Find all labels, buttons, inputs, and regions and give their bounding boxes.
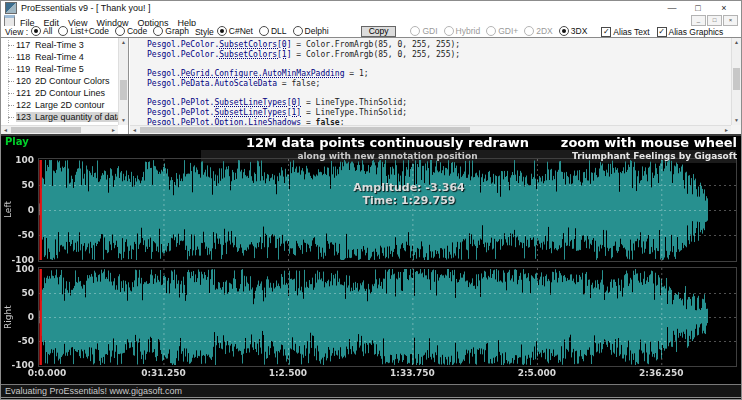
play-button[interactable]: Play [5,136,29,147]
render-radio-2dx: 2DX [524,26,553,36]
tree-horizontal-scrollbar[interactable]: ◄ ► [1,125,118,134]
waveform-canvas[interactable] [1,134,742,384]
mdi-child-icon [4,15,15,27]
tree-item-label: Real-Time 3 [33,40,86,50]
chart-corner-title: zoom with mouse wheel [561,135,737,150]
scroll-right-icon[interactable]: ► [722,126,731,134]
scroll-left-icon[interactable]: ◄ [1,126,10,134]
view-radio-list-code[interactable]: List+Code [58,26,109,36]
tree-item-122[interactable]: 122Large 2D contour [1,99,118,111]
code-editor-panel[interactable]: Pesgol.PeColor.SubsetColors[0] = Color.F… [130,38,741,134]
code-hscroll-thumb[interactable] [140,127,470,133]
radio-icon[interactable] [293,26,303,36]
code-line [147,59,731,69]
checkbox-icon[interactable]: ✓ [657,27,667,37]
radio-label: Graph [165,26,189,36]
style-radio-delphi[interactable]: Delphi [293,26,329,36]
view-radio-group: AllList+CodeCodeGraph [31,26,195,38]
render-radio-gdi-: GDI+ [486,26,518,36]
view-radio-graph[interactable]: Graph [153,26,189,36]
radio-icon[interactable] [115,26,125,36]
mdi-minimize-icon[interactable]: _ [691,15,706,26]
tree-vertical-scrollbar[interactable]: ▲ ▼ [118,38,128,125]
checkbox-alias-text[interactable]: ✓Alias Text [601,27,649,37]
tree-item-117[interactable]: 117Real-Time 3 [1,39,118,51]
tree-item-120[interactable]: 1202D Contour Colors [1,75,118,87]
radio-label: 3DX [571,26,588,36]
tree-branch-line [8,69,14,70]
tree-item-label: Real-Time 5 [33,64,86,74]
x-tick-label: 1:33.750 [379,368,445,378]
minimize-icon[interactable]: — [659,3,685,13]
mdi-restore-icon[interactable]: □ [707,15,722,26]
radio-label: Hybrid [456,26,481,36]
view-radio-code[interactable]: Code [115,26,147,36]
tree-item-121[interactable]: 1212D Contour Lines [1,87,118,99]
radio-label: Code [127,26,147,36]
code-lines: Pesgol.PeColor.SubsetColors[0] = Color.F… [147,40,731,134]
render-radio-hybrid: Hybrid [444,26,481,36]
tree-item-number: 122 [16,100,33,110]
radio-icon [524,26,534,36]
radio-icon[interactable] [31,26,41,36]
x-tick-label: 2:36.250 [628,368,694,378]
channel-label-left: Left [2,159,13,261]
scroll-up-icon[interactable]: ▲ [119,38,128,47]
scroll-down-icon[interactable]: ▼ [732,116,741,125]
code-line: Pesgol.PePlot.SubsetLineTypes[0] = LineT… [147,98,731,108]
tree-branch-line [8,93,14,94]
radio-icon [486,26,496,36]
tree-item-label: Large quantity of data [33,112,118,122]
code-horizontal-scrollbar[interactable]: ◄ ► [130,125,731,134]
scroll-right-icon[interactable]: ► [109,126,118,134]
copy-button[interactable]: Copy [361,26,397,37]
scroll-up-icon[interactable]: ▲ [732,38,741,47]
x-tick-label: 2:5.000 [504,368,570,378]
radio-label: All [43,26,52,36]
view-radio-all[interactable]: All [31,26,52,36]
radio-icon [410,26,420,36]
checkbox-icon[interactable]: ✓ [601,27,611,37]
radio-label: C#Net [229,26,253,36]
tree-item-number: 119 [16,64,33,74]
tree-item-number: 123 [16,112,33,122]
radio-icon[interactable] [58,26,68,36]
render-radio-gdi: GDI [410,26,437,36]
scroll-left-icon[interactable]: ◄ [130,126,139,134]
checkbox-alias-graphics[interactable]: ✓Alias Graphics [657,27,724,37]
tree-vscroll-thumb[interactable] [120,80,127,100]
tree-item-label: 2D Contour Lines [33,88,107,98]
radio-icon[interactable] [217,26,227,36]
mdi-close-icon[interactable]: × [723,15,738,26]
style-radio-c-net[interactable]: C#Net [217,26,253,36]
tree-item-label: Real-Time 4 [33,52,86,62]
tree-item-123[interactable]: 123Large quantity of data [1,111,118,123]
annotation-amplitude: Amplitude: -3.364 [321,181,497,194]
code-vertical-scrollbar[interactable]: ▲ ▼ [731,38,741,125]
code-vscroll-thumb[interactable] [733,68,740,90]
scroll-down-icon[interactable]: ▼ [119,116,128,125]
channel-label-right: Right [2,268,13,366]
render-radio-3dx[interactable]: 3DX [559,26,588,36]
radio-icon[interactable] [559,26,569,36]
tree-item-label: Large 2D contour [33,100,107,110]
radio-icon[interactable] [153,26,163,36]
tree-item-119[interactable]: 119Real-Time 5 [1,63,118,75]
radio-icon[interactable] [259,26,269,36]
x-tick-label: 0:31.250 [130,368,196,378]
close-icon[interactable]: × [711,3,737,13]
radio-label: DLL [271,26,287,36]
style-label: Style [195,27,214,37]
restore-icon[interactable]: □ [685,3,711,13]
code-line: Pesgol.PeData.AutoScaleData = false; [147,79,731,89]
tree-hscroll-thumb[interactable] [11,127,81,133]
x-tick-label: 1:2.500 [255,368,321,378]
tree-item-118[interactable]: 118Real-Time 4 [1,51,118,63]
status-bar: Evaluating ProEssentials! www.gigasoft.c… [1,384,741,397]
radio-label: GDI [422,26,437,36]
application-window: ProEssentials v9 - [ Thank you! ] — □ × … [0,0,742,400]
tree-item-list: 117Real-Time 3118Real-Time 4119Real-Time… [1,39,118,134]
tree-item-number: 117 [16,40,33,50]
checkbox-label: Alias Text [613,27,649,37]
style-radio-dll[interactable]: DLL [259,26,287,36]
